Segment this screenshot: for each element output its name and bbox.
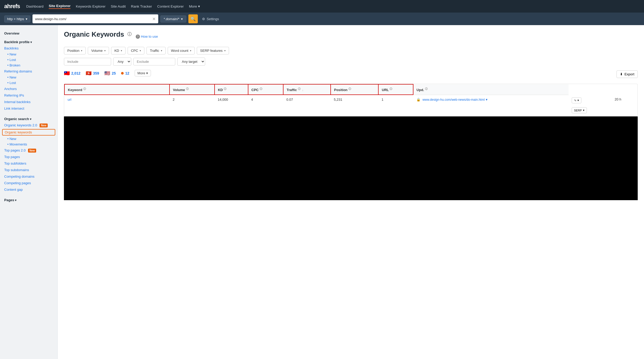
flag-tw: 🇹🇼 (64, 70, 70, 76)
chevron-down-icon: ▾ (181, 17, 183, 21)
url-bar: http + https ▾ ✕ *.domain/* ▾ 🔍 ⚙ Settin… (0, 13, 644, 25)
country-stat-hk[interactable]: 🇭🇰 359 (86, 70, 99, 76)
settings-button[interactable]: ⚙ Settings (202, 17, 219, 21)
country-stat-us[interactable]: 🇺🇸 25 (104, 70, 116, 76)
nav-content-explorer[interactable]: Content Explorer (157, 4, 184, 8)
sidebar-item-competing-domains[interactable]: Competing domains (0, 173, 57, 180)
th-cpc[interactable]: CPC ⓘ (248, 84, 283, 95)
sidebar-item-backlinks-lost[interactable]: Lost (7, 57, 57, 63)
sidebar-item-competing-pages[interactable]: Competing pages (0, 180, 57, 186)
sidebar-item-backlinks-new[interactable]: New (7, 52, 57, 57)
filter-word-count[interactable]: Word count ▾ (168, 47, 195, 54)
filter-kd[interactable]: KD ▾ (111, 47, 125, 54)
keyword-link[interactable]: url (68, 98, 71, 102)
sidebar-overview[interactable]: Overview (0, 29, 57, 37)
sidebar-item-content-gap[interactable]: Content gap (0, 186, 57, 193)
info-icon[interactable]: ⓘ (83, 87, 86, 90)
sidebar-item-backlinks[interactable]: Backlinks (0, 45, 57, 52)
table-row: url 2 14,000 4 0.07 (64, 95, 637, 116)
flag-hk: 🇭🇰 (86, 70, 91, 76)
other-count[interactable]: 12 (121, 71, 129, 75)
sidebar-item-top-pages-2[interactable]: Top pages 2.0 New (0, 147, 57, 154)
filter-serp-features[interactable]: SERP features ▾ (197, 47, 229, 54)
sidebar-item-backlinks-broken[interactable]: Broken (7, 63, 57, 68)
chevron-down-icon[interactable]: ▾ (486, 98, 488, 102)
domain-mode-select[interactable]: *.domain/* ▾ (160, 15, 186, 23)
sort-arrow-icon: ↓ (302, 89, 303, 92)
nav-rank-tracker[interactable]: Rank Tracker (131, 4, 152, 8)
sidebar-item-referring-domains[interactable]: Referring domains (0, 68, 57, 75)
close-icon[interactable]: ✕ (152, 16, 156, 21)
chevron-down-icon: ▾ (583, 109, 585, 112)
search-button[interactable]: 🔍 (188, 14, 198, 23)
nav-site-explorer[interactable]: Site Explorer (49, 4, 70, 9)
lock-icon: 🔒 (416, 98, 421, 102)
sidebar-item-top-pages[interactable]: Top pages (0, 154, 57, 160)
nav-keywords-explorer[interactable]: Keywords Explorer (76, 4, 105, 8)
country-stat-tw[interactable]: 🇹🇼 2,012 (64, 70, 80, 76)
sidebar-item-organic-keywords[interactable]: Organic keywords (2, 129, 55, 136)
sidebar-item-top-subdomains[interactable]: Top subdomains (0, 167, 57, 173)
sidebar-backlink-profile-title[interactable]: Backlink profile (0, 37, 57, 45)
chevron-down-icon: ▾ (577, 99, 579, 102)
protocol-select[interactable]: http + https ▾ (4, 15, 30, 23)
info-icon[interactable]: ⓘ (224, 87, 226, 90)
filter-position[interactable]: Position ▾ (64, 47, 86, 54)
info-icon[interactable]: ⓘ (390, 87, 392, 90)
badge-new: New (40, 124, 48, 127)
th-kd[interactable]: KD ⓘ (215, 84, 248, 95)
logo[interactable]: ahrefs (4, 3, 20, 10)
sidebar-item-link-intersect[interactable]: Link intersect (0, 105, 57, 112)
sidebar-item-referring-domains-new[interactable]: New (7, 75, 57, 80)
info-icon[interactable]: ⓘ (298, 87, 301, 90)
info-icon[interactable]: ⓘ (348, 87, 351, 90)
sidebar-pages-title[interactable]: Pages (0, 195, 57, 203)
include-input[interactable] (64, 58, 111, 65)
sidebar-item-top-subfolders[interactable]: Top subfolders (0, 160, 57, 167)
flag-us: 🇺🇸 (104, 70, 110, 76)
url-link[interactable]: www.design-hu.com/web-news/do-main.html (422, 98, 484, 102)
sidebar-item-anchors[interactable]: Anchors (0, 86, 57, 92)
any-target-select[interactable]: Any target (177, 58, 205, 66)
sidebar-organic-search-title[interactable]: Organic search (0, 114, 57, 122)
th-traffic[interactable]: Traffic ⓘ ↓ (283, 84, 331, 95)
sidebar-item-internal-backlinks[interactable]: Internal backlinks (0, 99, 57, 105)
th-position[interactable]: Position ⓘ (331, 84, 378, 95)
chevron-down-icon: ▾ (224, 49, 226, 52)
sidebar-item-referring-domains-lost[interactable]: Lost (7, 80, 57, 86)
how-to-use-link[interactable]: How to use (136, 35, 158, 39)
filter-traffic[interactable]: Traffic ▾ (146, 47, 165, 54)
dot-icon (121, 72, 124, 75)
th-volume[interactable]: Volume ⓘ (170, 84, 215, 95)
filter-volume[interactable]: Volume ▾ (88, 47, 109, 54)
info-icon[interactable]: ⓘ (260, 87, 262, 90)
sidebar-item-organic-keywords-new[interactable]: New (7, 136, 57, 142)
nav-more[interactable]: More ▾ (189, 4, 200, 8)
export-button[interactable]: ⬇ Export (616, 70, 638, 78)
sparkline-button[interactable]: ∿ ▾ (572, 97, 581, 103)
chevron-down-icon: ▾ (146, 71, 148, 75)
serp-button[interactable]: SERP ▾ (572, 107, 587, 113)
any-select[interactable]: Any (113, 58, 131, 66)
url-input[interactable] (35, 17, 152, 21)
sidebar: Overview Backlink profile Backlinks New … (0, 25, 58, 359)
sidebar-item-referring-ips[interactable]: Referring IPs (0, 92, 57, 99)
nav-dashboard[interactable]: Dashboard (26, 4, 43, 8)
more-button[interactable]: More ▾ (135, 70, 151, 76)
th-url[interactable]: URL ⓘ (378, 84, 413, 95)
info-icon[interactable]: ⓘ (186, 87, 189, 90)
badge-new-2: New (28, 149, 36, 153)
table-wrap: Keyword ⓘ Volume ⓘ KD ⓘ CPC (64, 84, 638, 116)
sidebar-item-organic-keywords-2[interactable]: Organic keywords 2.0 New (0, 122, 57, 128)
sidebar-item-organic-keywords-movements[interactable]: Movements (7, 142, 57, 147)
th-updated[interactable]: Upd. ⓘ (413, 84, 569, 95)
info-icon[interactable]: ⓘ (425, 87, 428, 90)
exclude-input[interactable] (133, 58, 175, 65)
info-icon[interactable]: ⓘ (127, 32, 132, 37)
keywords-table: Keyword ⓘ Volume ⓘ KD ⓘ CPC (64, 84, 637, 116)
chevron-down-icon: ▾ (81, 49, 82, 52)
th-keyword[interactable]: Keyword ⓘ (64, 84, 170, 95)
filter-cpc[interactable]: CPC ▾ (128, 47, 144, 54)
nav-site-audit[interactable]: Site Audit (111, 4, 126, 8)
gear-icon: ⚙ (202, 17, 205, 21)
